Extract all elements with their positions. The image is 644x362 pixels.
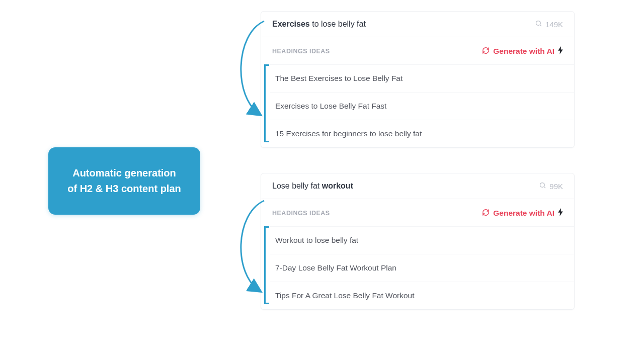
bracket-indicator bbox=[264, 226, 269, 304]
headings-block: The Best Exercises to Lose Belly Fat Exe… bbox=[261, 64, 574, 147]
panel-header: Lose belly fat workout 99K bbox=[261, 173, 574, 199]
keyword-rest: to lose belly fat bbox=[310, 20, 366, 28]
svg-point-0 bbox=[536, 21, 540, 26]
bolt-icon bbox=[558, 208, 563, 218]
bolt-icon bbox=[558, 46, 563, 56]
headings-ideas-label: HEADINGS IDEAS bbox=[272, 210, 330, 217]
panel-header: Exercises to lose belly fat 149K bbox=[261, 12, 574, 37]
callout-line2: of H2 & H3 content plan bbox=[67, 181, 181, 197]
generate-with-ai-button[interactable]: Generate with AI bbox=[482, 208, 563, 218]
headings-block: Workout to lose belly fat 7-Day Lose Bel… bbox=[261, 226, 574, 309]
search-icon bbox=[539, 182, 546, 191]
keyword-strong: Exercises bbox=[272, 20, 310, 28]
keyword-panel-2: Lose belly fat workout 99K HEADINGS IDEA… bbox=[261, 173, 575, 310]
panels-container: Exercises to lose belly fat 149K HEADING… bbox=[261, 11, 575, 335]
search-volume: 149K bbox=[535, 20, 563, 29]
heading-suggestion[interactable]: Workout to lose belly fat bbox=[270, 226, 574, 254]
generate-with-ai-button[interactable]: Generate with AI bbox=[482, 46, 563, 56]
heading-suggestion[interactable]: Exercises to Lose Belly Fat Fast bbox=[270, 92, 574, 120]
search-volume: 99K bbox=[539, 182, 563, 191]
bracket-indicator bbox=[264, 64, 269, 142]
svg-line-1 bbox=[540, 25, 541, 26]
refresh-icon bbox=[482, 47, 490, 56]
callout-box: Automatic generation of H2 & H3 content … bbox=[48, 147, 200, 215]
keyword-pre: Lose belly fat bbox=[272, 182, 322, 190]
volume-value: 99K bbox=[549, 182, 563, 191]
callout-line1: Automatic generation bbox=[67, 165, 181, 181]
heading-suggestion[interactable]: Tips For A Great Lose Belly Fat Workout bbox=[270, 282, 574, 309]
svg-point-2 bbox=[540, 183, 545, 188]
heading-suggestion[interactable]: The Best Exercises to Lose Belly Fat bbox=[270, 64, 574, 92]
generate-label: Generate with AI bbox=[493, 209, 554, 218]
keyword-panel-1: Exercises to lose belly fat 149K HEADING… bbox=[261, 11, 575, 148]
panel-subheader: HEADINGS IDEAS Generate with AI bbox=[261, 37, 574, 64]
headings-ideas-label: HEADINGS IDEAS bbox=[272, 48, 330, 55]
generate-label: Generate with AI bbox=[493, 47, 554, 56]
panel-subheader: HEADINGS IDEAS Generate with AI bbox=[261, 199, 574, 226]
search-icon bbox=[535, 20, 542, 29]
keyword-text: Lose belly fat workout bbox=[272, 182, 353, 191]
keyword-strong: workout bbox=[322, 182, 353, 190]
heading-suggestion[interactable]: 7-Day Lose Belly Fat Workout Plan bbox=[270, 254, 574, 282]
heading-suggestion[interactable]: 15 Exercises for beginners to lose belly… bbox=[270, 120, 574, 147]
refresh-icon bbox=[482, 209, 490, 218]
svg-line-3 bbox=[544, 187, 545, 188]
keyword-text: Exercises to lose belly fat bbox=[272, 20, 366, 29]
volume-value: 149K bbox=[545, 20, 563, 29]
